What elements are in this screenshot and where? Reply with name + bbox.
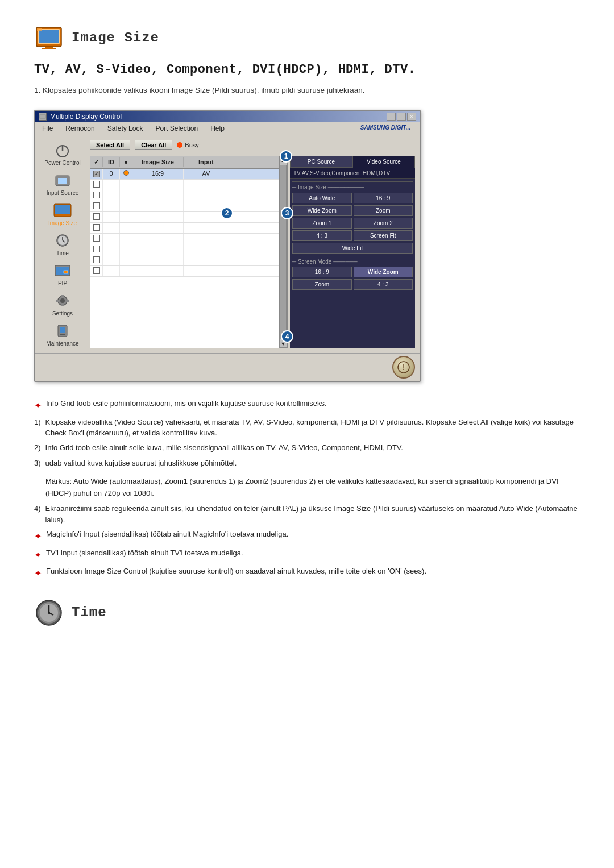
table-row[interactable] — [90, 244, 279, 255]
sidebar-input-label: Input Source — [47, 190, 79, 196]
svg-rect-22 — [61, 295, 64, 298]
sidebar-item-time[interactable]: Time — [42, 230, 83, 258]
svg-rect-24 — [56, 300, 59, 302]
svg-rect-12 — [55, 205, 70, 214]
notes-section: ✦ Info Grid toob esile põhiinformatsioon… — [34, 398, 580, 581]
sidebar-item-image-size[interactable]: Image Size — [42, 200, 83, 228]
star-icon-1: ✦ — [34, 398, 42, 413]
video-source-tab[interactable]: Video Source — [352, 156, 415, 168]
table-scrollbar[interactable]: ▲ ▼ — [279, 156, 287, 348]
col-radio: ● — [120, 157, 132, 167]
note-num-4: 4) — [34, 503, 41, 515]
footer-button[interactable]: ! — [392, 356, 415, 379]
table-row[interactable] — [90, 180, 279, 190]
table-row[interactable] — [90, 223, 279, 234]
zoom1-button[interactable]: Zoom 1 — [292, 218, 352, 229]
image-size-section: ─ Image Size ───────── Auto Wide 16 : 9 … — [290, 179, 415, 294]
note-text-3: udab valitud kuva kujutise suurust juhus… — [45, 458, 237, 470]
note-text-star-1: Info Grid toob esile põhiinformatsiooni,… — [46, 398, 327, 409]
16-9-button[interactable]: 16 : 9 — [354, 193, 413, 203]
scrollbar-thumb[interactable] — [280, 165, 287, 339]
table-row[interactable] — [90, 201, 279, 212]
note-num-2: 2) — [34, 442, 41, 454]
busy-label: Busy — [185, 142, 198, 148]
menu-safety-lock[interactable]: Safety Lock — [105, 123, 146, 134]
pip-icon — [52, 262, 73, 279]
section1-header: Image Size — [34, 23, 580, 52]
table-row[interactable] — [90, 234, 279, 244]
toolbar: Select All Clear All Busy — [90, 140, 415, 150]
sidebar-item-pip[interactable]: PIP — [42, 260, 83, 288]
cell-id — [103, 190, 120, 201]
note-4: 4) Ekraanirežiimi saab reguleerida ainul… — [34, 503, 580, 525]
menu-port-selection[interactable]: Port Selection — [153, 123, 200, 134]
zoom-button[interactable]: Zoom — [354, 205, 413, 216]
page-subtitle: TV, AV, S-Video, Component, DVI(HDCP), H… — [34, 63, 580, 77]
note-star-4: ✦ Funktsioon Image Size Control (kujutis… — [34, 566, 580, 581]
screen-mode-buttons: 16 : 9 Wide Zoom Zoom 4 : 3 — [292, 267, 413, 290]
cell-input — [184, 180, 229, 190]
svg-rect-25 — [66, 300, 69, 302]
clear-all-button[interactable]: Clear All — [135, 140, 172, 150]
svg-text:!: ! — [403, 363, 405, 372]
cell-size: 16:9 — [132, 169, 184, 179]
screen-mode-4-3-button[interactable]: 4 : 3 — [354, 279, 413, 290]
cell-id: 0 — [103, 169, 120, 179]
note-1: 1) Klõpsake videoallika (Video Source) v… — [34, 417, 580, 439]
window-title: Multiple Display Control — [50, 113, 122, 121]
col-check: ✓ — [90, 157, 103, 167]
wide-fit-button[interactable]: Wide Fit — [292, 243, 413, 254]
window-titlebar: Multiple Display Control _ □ × — [35, 111, 420, 122]
pc-source-tab[interactable]: PC Source — [290, 156, 352, 168]
sources-label: TV,AV,S-Video,Component,HDMI,DTV — [290, 168, 415, 179]
power-icon — [52, 142, 73, 159]
sidebar-item-settings[interactable]: Settings — [42, 290, 83, 318]
cell-check — [90, 180, 103, 190]
sidebar-item-maintenance[interactable]: Maintenance — [42, 321, 83, 348]
table-row[interactable] — [90, 190, 279, 201]
svg-rect-6 — [40, 114, 45, 119]
star-icon-2: ✦ — [34, 529, 42, 544]
menu-help[interactable]: Help — [208, 123, 227, 134]
settings-icon — [52, 292, 73, 309]
close-button[interactable]: × — [407, 113, 416, 121]
table-row[interactable] — [90, 255, 279, 266]
table-row[interactable] — [90, 266, 279, 277]
right-panel: PC Source Video Source TV,AV,S-Video,Com… — [290, 156, 415, 348]
main-area: Select All Clear All Busy ✓ ID ● — [90, 140, 415, 348]
select-all-button[interactable]: Select All — [90, 140, 130, 150]
sidebar-item-input-source[interactable]: Input Source — [42, 170, 83, 198]
screen-mode-zoom-button[interactable]: Zoom — [292, 279, 352, 290]
svg-rect-2 — [39, 30, 59, 43]
screen-mode-16-9-button[interactable]: 16 : 9 — [292, 267, 352, 277]
sidebar-item-power-control[interactable]: Power Control — [42, 140, 83, 168]
image-size-section-label: ─ Image Size ───────── — [292, 181, 413, 190]
cell-input: AV — [184, 169, 229, 179]
win-controls[interactable]: _ □ × — [387, 113, 416, 121]
menu-remocon[interactable]: Remocon — [63, 123, 97, 134]
cell-input — [184, 190, 229, 201]
note-text-1: Klõpsake videoallika (Video Source) vahe… — [45, 417, 580, 439]
zoom2-button[interactable]: Zoom 2 — [354, 218, 413, 229]
table-row[interactable]: ✓ 0 16:9 AV — [90, 169, 279, 180]
4-3-button[interactable]: 4 : 3 — [292, 230, 352, 241]
note-text-star-2: MagicInfo'i Input (sisendallikas) töötab… — [46, 529, 288, 540]
screen-mode-section-label: ─ Screen Mode ────── — [292, 256, 413, 265]
note-2: 2) Info Grid toob esile ainult selle kuv… — [34, 442, 580, 454]
wide-zoom-button[interactable]: Wide Zoom — [292, 205, 352, 216]
menu-file[interactable]: File — [40, 123, 55, 134]
svg-rect-19 — [64, 271, 68, 273]
minimize-button[interactable]: _ — [387, 113, 396, 121]
sidebar-pip-label: PIP — [58, 280, 67, 286]
table-row[interactable] — [90, 212, 279, 223]
maximize-button[interactable]: □ — [397, 113, 406, 121]
menu-bar: File Remocon Safety Lock Port Selection … — [35, 122, 420, 135]
screen-fit-button[interactable]: Screen Fit — [354, 230, 413, 241]
intro-text: 1. Klõpsates põhiikoonide valikus ikooni… — [34, 85, 580, 96]
sidebar-imagesize-label: Image Size — [48, 220, 77, 226]
section2-header: Time — [34, 598, 580, 628]
screen-mode-wide-zoom-button[interactable]: Wide Zoom — [354, 267, 413, 277]
maintenance-icon — [52, 322, 73, 339]
svg-rect-23 — [61, 303, 64, 306]
auto-wide-button[interactable]: Auto Wide — [292, 193, 352, 203]
